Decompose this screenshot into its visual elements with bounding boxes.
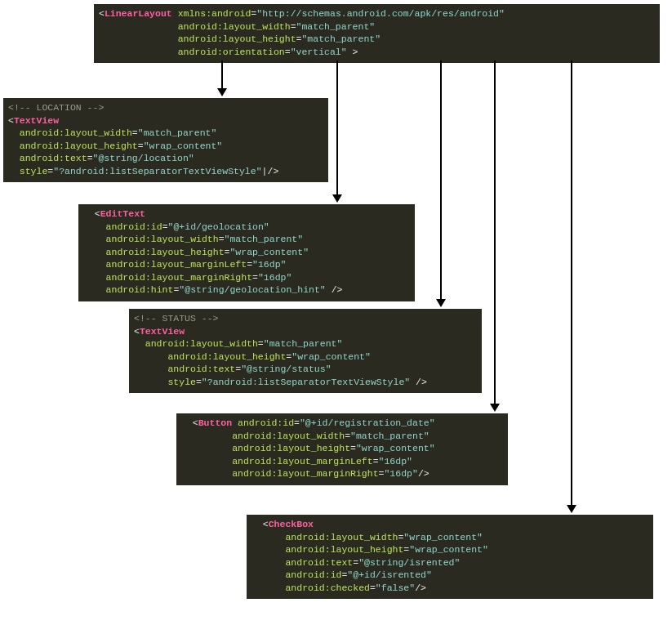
code-block-textview-status: <!-- STATUS --> <TextView android:layout…: [129, 309, 482, 393]
code-block-textview-location: <!-- LOCATION --> <TextView android:layo…: [3, 98, 328, 182]
code-line: android:layout_width="wrap_content": [251, 531, 648, 544]
code-line: android:checked="false"/>: [251, 582, 648, 595]
code-line: <Button android:id="@+id/registration_da…: [181, 417, 503, 430]
code-line: <CheckBox: [251, 518, 648, 531]
code-line: android:orientation="vertical" >: [99, 46, 655, 59]
code-line: android:layout_marginRight="16dp"/>: [181, 467, 503, 480]
code-line: android:layout_width="match_parent": [99, 20, 655, 33]
code-comment: <!-- LOCATION -->: [8, 101, 323, 114]
code-line: android:text="@string/location": [8, 152, 323, 165]
code-line: android:text="@string/status": [134, 363, 477, 376]
code-line: android:layout_width="match_parent": [83, 233, 410, 246]
code-line: android:layout_height="wrap_content": [134, 350, 477, 364]
code-line: <LinearLayout xmlns:android="http://sche…: [99, 7, 655, 20]
code-block-edittext: <EditText android:id="@+id/geolocation" …: [78, 204, 415, 301]
code-block-button: <Button android:id="@+id/registration_da…: [176, 413, 508, 485]
code-comment: <!-- STATUS -->: [134, 312, 477, 325]
code-line: android:hint="@string/geolocation_hint" …: [83, 283, 410, 297]
code-block-checkbox: <CheckBox android:layout_width="wrap_con…: [247, 515, 653, 599]
code-line: android:id="@+id/geolocation": [83, 221, 410, 234]
code-line: android:layout_marginLeft="16dp": [181, 455, 503, 468]
code-line: android:text="@string/isrented": [251, 556, 648, 569]
code-line: <EditText: [83, 208, 410, 221]
code-line: android:layout_marginRight="16dp": [83, 271, 410, 284]
code-line: android:layout_height="wrap_content": [251, 543, 648, 556]
code-line: <TextView: [8, 114, 323, 127]
code-block-linear-layout: <LinearLayout xmlns:android="http://sche…: [94, 4, 660, 63]
code-line: android:layout_width="match_parent": [134, 337, 477, 350]
code-line: android:layout_height="match_parent": [99, 33, 655, 46]
code-line: android:id="@+id/isrented": [251, 569, 648, 582]
code-line: android:layout_width="match_parent": [181, 430, 503, 443]
code-line: android:layout_width="match_parent": [8, 127, 323, 140]
code-line: <TextView: [134, 325, 477, 338]
code-line: android:layout_marginLeft="16dp": [83, 258, 410, 271]
code-line: style="?android:listSeparatorTextViewSty…: [134, 376, 477, 389]
code-line: android:layout_height="wrap_content": [83, 246, 410, 259]
code-line: android:layout_height="wrap_content": [181, 442, 503, 455]
code-line: style="?android:listSeparatorTextViewSty…: [8, 165, 323, 178]
code-line: android:layout_height="wrap_content": [8, 140, 323, 153]
